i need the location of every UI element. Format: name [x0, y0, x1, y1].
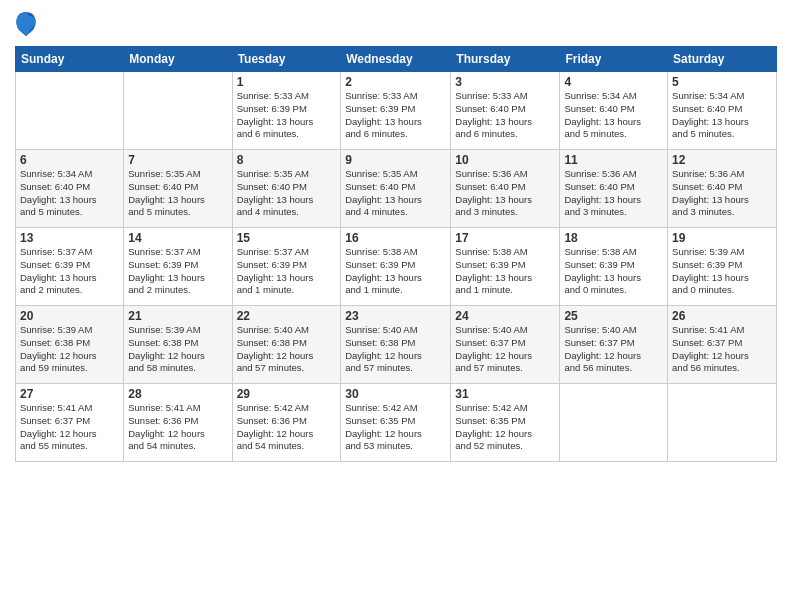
day-info: Sunrise: 5:39 AM Sunset: 6:39 PM Dayligh… — [672, 246, 772, 297]
day-number: 19 — [672, 231, 772, 245]
day-info: Sunrise: 5:38 AM Sunset: 6:39 PM Dayligh… — [455, 246, 555, 297]
calendar-cell: 28Sunrise: 5:41 AM Sunset: 6:36 PM Dayli… — [124, 384, 232, 462]
calendar-cell: 7Sunrise: 5:35 AM Sunset: 6:40 PM Daylig… — [124, 150, 232, 228]
day-info: Sunrise: 5:33 AM Sunset: 6:40 PM Dayligh… — [455, 90, 555, 141]
day-info: Sunrise: 5:36 AM Sunset: 6:40 PM Dayligh… — [455, 168, 555, 219]
day-number: 15 — [237, 231, 337, 245]
day-number: 25 — [564, 309, 663, 323]
day-number: 18 — [564, 231, 663, 245]
day-info: Sunrise: 5:38 AM Sunset: 6:39 PM Dayligh… — [345, 246, 446, 297]
day-info: Sunrise: 5:42 AM Sunset: 6:36 PM Dayligh… — [237, 402, 337, 453]
day-number: 23 — [345, 309, 446, 323]
day-number: 12 — [672, 153, 772, 167]
day-info: Sunrise: 5:37 AM Sunset: 6:39 PM Dayligh… — [128, 246, 227, 297]
day-number: 3 — [455, 75, 555, 89]
calendar-cell: 14Sunrise: 5:37 AM Sunset: 6:39 PM Dayli… — [124, 228, 232, 306]
day-info: Sunrise: 5:41 AM Sunset: 6:36 PM Dayligh… — [128, 402, 227, 453]
calendar-cell — [16, 72, 124, 150]
week-row-5: 27Sunrise: 5:41 AM Sunset: 6:37 PM Dayli… — [16, 384, 777, 462]
week-row-2: 6Sunrise: 5:34 AM Sunset: 6:40 PM Daylig… — [16, 150, 777, 228]
day-number: 8 — [237, 153, 337, 167]
calendar-cell: 15Sunrise: 5:37 AM Sunset: 6:39 PM Dayli… — [232, 228, 341, 306]
calendar-cell: 2Sunrise: 5:33 AM Sunset: 6:39 PM Daylig… — [341, 72, 451, 150]
day-info: Sunrise: 5:41 AM Sunset: 6:37 PM Dayligh… — [672, 324, 772, 375]
day-info: Sunrise: 5:39 AM Sunset: 6:38 PM Dayligh… — [128, 324, 227, 375]
weekday-friday: Friday — [560, 47, 668, 72]
calendar-cell: 5Sunrise: 5:34 AM Sunset: 6:40 PM Daylig… — [668, 72, 777, 150]
week-row-3: 13Sunrise: 5:37 AM Sunset: 6:39 PM Dayli… — [16, 228, 777, 306]
calendar-cell: 3Sunrise: 5:33 AM Sunset: 6:40 PM Daylig… — [451, 72, 560, 150]
day-number: 30 — [345, 387, 446, 401]
calendar-cell: 4Sunrise: 5:34 AM Sunset: 6:40 PM Daylig… — [560, 72, 668, 150]
calendar-cell: 31Sunrise: 5:42 AM Sunset: 6:35 PM Dayli… — [451, 384, 560, 462]
calendar-cell — [124, 72, 232, 150]
calendar-cell: 20Sunrise: 5:39 AM Sunset: 6:38 PM Dayli… — [16, 306, 124, 384]
calendar-cell: 11Sunrise: 5:36 AM Sunset: 6:40 PM Dayli… — [560, 150, 668, 228]
weekday-thursday: Thursday — [451, 47, 560, 72]
weekday-saturday: Saturday — [668, 47, 777, 72]
calendar-cell: 1Sunrise: 5:33 AM Sunset: 6:39 PM Daylig… — [232, 72, 341, 150]
day-info: Sunrise: 5:40 AM Sunset: 6:37 PM Dayligh… — [455, 324, 555, 375]
day-info: Sunrise: 5:34 AM Sunset: 6:40 PM Dayligh… — [20, 168, 119, 219]
day-info: Sunrise: 5:36 AM Sunset: 6:40 PM Dayligh… — [672, 168, 772, 219]
day-info: Sunrise: 5:42 AM Sunset: 6:35 PM Dayligh… — [345, 402, 446, 453]
day-info: Sunrise: 5:40 AM Sunset: 6:38 PM Dayligh… — [345, 324, 446, 375]
day-info: Sunrise: 5:40 AM Sunset: 6:37 PM Dayligh… — [564, 324, 663, 375]
calendar-cell: 26Sunrise: 5:41 AM Sunset: 6:37 PM Dayli… — [668, 306, 777, 384]
calendar-cell: 13Sunrise: 5:37 AM Sunset: 6:39 PM Dayli… — [16, 228, 124, 306]
day-info: Sunrise: 5:40 AM Sunset: 6:38 PM Dayligh… — [237, 324, 337, 375]
day-info: Sunrise: 5:35 AM Sunset: 6:40 PM Dayligh… — [237, 168, 337, 219]
calendar-cell: 19Sunrise: 5:39 AM Sunset: 6:39 PM Dayli… — [668, 228, 777, 306]
calendar-cell: 30Sunrise: 5:42 AM Sunset: 6:35 PM Dayli… — [341, 384, 451, 462]
calendar-cell: 16Sunrise: 5:38 AM Sunset: 6:39 PM Dayli… — [341, 228, 451, 306]
day-info: Sunrise: 5:39 AM Sunset: 6:38 PM Dayligh… — [20, 324, 119, 375]
calendar-cell: 12Sunrise: 5:36 AM Sunset: 6:40 PM Dayli… — [668, 150, 777, 228]
day-info: Sunrise: 5:35 AM Sunset: 6:40 PM Dayligh… — [128, 168, 227, 219]
day-number: 20 — [20, 309, 119, 323]
day-info: Sunrise: 5:41 AM Sunset: 6:37 PM Dayligh… — [20, 402, 119, 453]
calendar-cell: 25Sunrise: 5:40 AM Sunset: 6:37 PM Dayli… — [560, 306, 668, 384]
calendar-cell: 10Sunrise: 5:36 AM Sunset: 6:40 PM Dayli… — [451, 150, 560, 228]
day-number: 4 — [564, 75, 663, 89]
day-number: 24 — [455, 309, 555, 323]
calendar-cell: 21Sunrise: 5:39 AM Sunset: 6:38 PM Dayli… — [124, 306, 232, 384]
logo — [15, 10, 40, 38]
day-info: Sunrise: 5:34 AM Sunset: 6:40 PM Dayligh… — [672, 90, 772, 141]
weekday-header-row: SundayMondayTuesdayWednesdayThursdayFrid… — [16, 47, 777, 72]
day-info: Sunrise: 5:33 AM Sunset: 6:39 PM Dayligh… — [237, 90, 337, 141]
day-info: Sunrise: 5:34 AM Sunset: 6:40 PM Dayligh… — [564, 90, 663, 141]
weekday-wednesday: Wednesday — [341, 47, 451, 72]
day-info: Sunrise: 5:42 AM Sunset: 6:35 PM Dayligh… — [455, 402, 555, 453]
day-number: 21 — [128, 309, 227, 323]
calendar-cell — [668, 384, 777, 462]
week-row-1: 1Sunrise: 5:33 AM Sunset: 6:39 PM Daylig… — [16, 72, 777, 150]
calendar-cell: 24Sunrise: 5:40 AM Sunset: 6:37 PM Dayli… — [451, 306, 560, 384]
calendar-cell: 22Sunrise: 5:40 AM Sunset: 6:38 PM Dayli… — [232, 306, 341, 384]
day-number: 1 — [237, 75, 337, 89]
calendar-cell: 8Sunrise: 5:35 AM Sunset: 6:40 PM Daylig… — [232, 150, 341, 228]
day-number: 22 — [237, 309, 337, 323]
day-number: 13 — [20, 231, 119, 245]
day-number: 10 — [455, 153, 555, 167]
day-info: Sunrise: 5:35 AM Sunset: 6:40 PM Dayligh… — [345, 168, 446, 219]
day-number: 2 — [345, 75, 446, 89]
day-number: 6 — [20, 153, 119, 167]
weekday-tuesday: Tuesday — [232, 47, 341, 72]
calendar-cell: 18Sunrise: 5:38 AM Sunset: 6:39 PM Dayli… — [560, 228, 668, 306]
logo-icon — [15, 10, 37, 38]
day-number: 31 — [455, 387, 555, 401]
day-info: Sunrise: 5:37 AM Sunset: 6:39 PM Dayligh… — [20, 246, 119, 297]
day-info: Sunrise: 5:36 AM Sunset: 6:40 PM Dayligh… — [564, 168, 663, 219]
day-number: 29 — [237, 387, 337, 401]
calendar-cell: 27Sunrise: 5:41 AM Sunset: 6:37 PM Dayli… — [16, 384, 124, 462]
day-number: 5 — [672, 75, 772, 89]
day-number: 14 — [128, 231, 227, 245]
day-number: 26 — [672, 309, 772, 323]
day-number: 16 — [345, 231, 446, 245]
day-info: Sunrise: 5:37 AM Sunset: 6:39 PM Dayligh… — [237, 246, 337, 297]
day-number: 28 — [128, 387, 227, 401]
day-number: 7 — [128, 153, 227, 167]
calendar: SundayMondayTuesdayWednesdayThursdayFrid… — [15, 46, 777, 462]
day-number: 9 — [345, 153, 446, 167]
day-info: Sunrise: 5:38 AM Sunset: 6:39 PM Dayligh… — [564, 246, 663, 297]
